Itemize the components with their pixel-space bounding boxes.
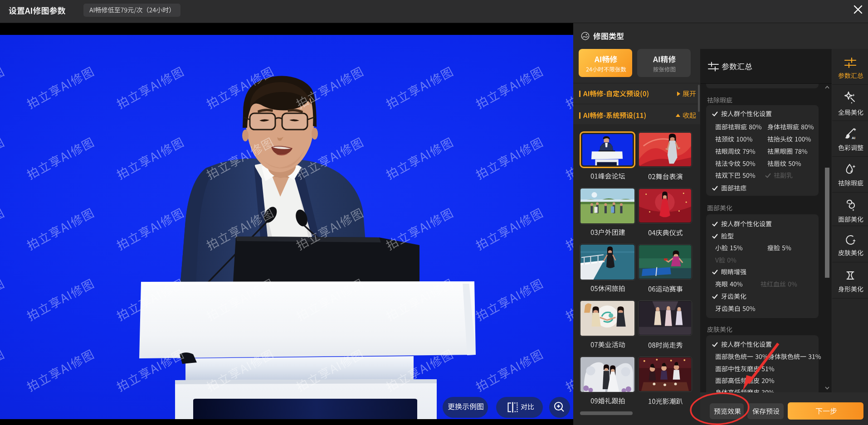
svg-text:AI: AI	[852, 136, 855, 140]
